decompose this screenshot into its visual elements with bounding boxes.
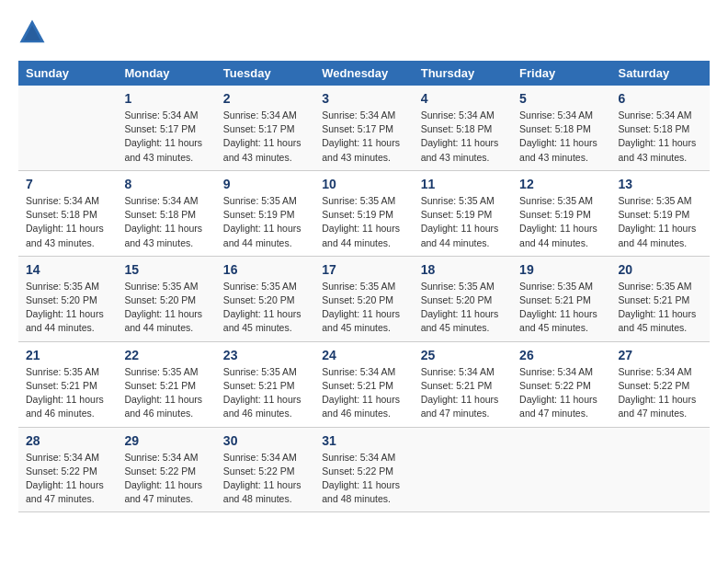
calendar-cell: 14Sunrise: 5:35 AM Sunset: 5:20 PM Dayli… (18, 256, 117, 341)
calendar-cell: 12Sunrise: 5:35 AM Sunset: 5:19 PM Dayli… (512, 170, 610, 256)
calendar-cell: 29Sunrise: 5:34 AM Sunset: 5:22 PM Dayli… (117, 427, 215, 512)
day-info: Sunrise: 5:34 AM Sunset: 5:17 PM Dayligh… (322, 109, 405, 165)
calendar-cell: 22Sunrise: 5:35 AM Sunset: 5:21 PM Dayli… (117, 341, 215, 427)
day-info: Sunrise: 5:34 AM Sunset: 5:17 PM Dayligh… (124, 109, 208, 165)
day-number: 15 (124, 262, 208, 277)
day-number: 27 (619, 348, 702, 362)
day-info: Sunrise: 5:35 AM Sunset: 5:19 PM Dayligh… (619, 194, 702, 250)
calendar-cell: 20Sunrise: 5:35 AM Sunset: 5:21 PM Dayli… (611, 256, 710, 341)
day-info: Sunrise: 5:34 AM Sunset: 5:22 PM Dayligh… (619, 365, 702, 421)
day-info: Sunrise: 5:35 AM Sunset: 5:19 PM Dayligh… (223, 194, 307, 250)
calendar-cell: 8Sunrise: 5:34 AM Sunset: 5:18 PM Daylig… (117, 170, 215, 256)
day-number: 3 (322, 91, 405, 106)
day-number: 30 (223, 433, 307, 448)
day-info: Sunrise: 5:34 AM Sunset: 5:18 PM Dayligh… (619, 109, 702, 165)
day-number: 11 (421, 177, 505, 191)
day-number: 29 (124, 433, 208, 448)
calendar-cell: 6Sunrise: 5:34 AM Sunset: 5:18 PM Daylig… (611, 86, 710, 170)
calendar-cell: 17Sunrise: 5:35 AM Sunset: 5:20 PM Dayli… (314, 256, 413, 341)
day-number: 17 (322, 262, 405, 277)
calendar-cell (512, 427, 610, 512)
day-number: 6 (619, 91, 702, 106)
day-number: 19 (519, 262, 603, 277)
day-number: 1 (124, 91, 208, 106)
calendar-week-row: 21Sunrise: 5:35 AM Sunset: 5:21 PM Dayli… (18, 341, 710, 427)
day-number: 22 (124, 348, 208, 362)
day-number: 13 (619, 177, 702, 191)
calendar-week-row: 1Sunrise: 5:34 AM Sunset: 5:17 PM Daylig… (18, 86, 710, 170)
day-info: Sunrise: 5:34 AM Sunset: 5:21 PM Dayligh… (322, 365, 405, 421)
day-number: 26 (519, 348, 603, 362)
calendar-cell: 2Sunrise: 5:34 AM Sunset: 5:17 PM Daylig… (216, 86, 314, 170)
day-number: 7 (26, 177, 109, 191)
calendar-cell: 5Sunrise: 5:34 AM Sunset: 5:18 PM Daylig… (512, 86, 610, 170)
day-number: 4 (421, 91, 505, 106)
weekday-header: Thursday (414, 61, 512, 86)
day-info: Sunrise: 5:35 AM Sunset: 5:20 PM Dayligh… (322, 280, 405, 336)
weekday-header: Wednesday (314, 61, 413, 86)
calendar-cell: 25Sunrise: 5:34 AM Sunset: 5:21 PM Dayli… (414, 341, 512, 427)
calendar-cell: 16Sunrise: 5:35 AM Sunset: 5:20 PM Dayli… (216, 256, 314, 341)
day-number: 28 (26, 433, 109, 448)
day-info: Sunrise: 5:34 AM Sunset: 5:22 PM Dayligh… (223, 451, 307, 507)
day-info: Sunrise: 5:35 AM Sunset: 5:20 PM Dayligh… (223, 280, 307, 336)
day-info: Sunrise: 5:35 AM Sunset: 5:21 PM Dayligh… (26, 365, 109, 421)
day-info: Sunrise: 5:34 AM Sunset: 5:18 PM Dayligh… (124, 194, 208, 250)
weekday-header: Sunday (18, 61, 117, 86)
calendar-week-row: 28Sunrise: 5:34 AM Sunset: 5:22 PM Dayli… (18, 427, 710, 512)
calendar-cell: 4Sunrise: 5:34 AM Sunset: 5:18 PM Daylig… (414, 86, 512, 170)
day-info: Sunrise: 5:34 AM Sunset: 5:21 PM Dayligh… (421, 365, 505, 421)
calendar-table: SundayMondayTuesdayWednesdayThursdayFrid… (18, 61, 710, 512)
day-number: 18 (421, 262, 505, 277)
day-number: 8 (124, 177, 208, 191)
calendar-cell: 28Sunrise: 5:34 AM Sunset: 5:22 PM Dayli… (18, 427, 117, 512)
calendar-cell: 13Sunrise: 5:35 AM Sunset: 5:19 PM Dayli… (611, 170, 710, 256)
day-info: Sunrise: 5:35 AM Sunset: 5:21 PM Dayligh… (519, 280, 603, 336)
logo-icon (18, 18, 46, 46)
day-number: 31 (322, 433, 405, 448)
day-number: 16 (223, 262, 307, 277)
weekday-header: Tuesday (216, 61, 314, 86)
day-number: 2 (223, 91, 307, 106)
day-info: Sunrise: 5:34 AM Sunset: 5:18 PM Dayligh… (519, 109, 603, 165)
day-number: 5 (519, 91, 603, 106)
day-info: Sunrise: 5:35 AM Sunset: 5:19 PM Dayligh… (421, 194, 505, 250)
calendar-week-row: 7Sunrise: 5:34 AM Sunset: 5:18 PM Daylig… (18, 170, 710, 256)
weekday-header: Monday (117, 61, 215, 86)
calendar-cell: 15Sunrise: 5:35 AM Sunset: 5:20 PM Dayli… (117, 256, 215, 341)
calendar-cell (611, 427, 710, 512)
weekday-header: Friday (512, 61, 610, 86)
calendar-cell: 31Sunrise: 5:34 AM Sunset: 5:22 PM Dayli… (314, 427, 413, 512)
day-info: Sunrise: 5:35 AM Sunset: 5:21 PM Dayligh… (619, 280, 702, 336)
day-number: 23 (223, 348, 307, 362)
day-info: Sunrise: 5:34 AM Sunset: 5:22 PM Dayligh… (26, 451, 109, 507)
calendar-cell: 9Sunrise: 5:35 AM Sunset: 5:19 PM Daylig… (216, 170, 314, 256)
day-info: Sunrise: 5:34 AM Sunset: 5:17 PM Dayligh… (223, 109, 307, 165)
day-info: Sunrise: 5:34 AM Sunset: 5:22 PM Dayligh… (322, 451, 405, 507)
day-info: Sunrise: 5:35 AM Sunset: 5:19 PM Dayligh… (322, 194, 405, 250)
calendar-cell: 3Sunrise: 5:34 AM Sunset: 5:17 PM Daylig… (314, 86, 413, 170)
calendar-cell: 18Sunrise: 5:35 AM Sunset: 5:20 PM Dayli… (414, 256, 512, 341)
calendar-cell (414, 427, 512, 512)
day-info: Sunrise: 5:34 AM Sunset: 5:18 PM Dayligh… (421, 109, 505, 165)
day-info: Sunrise: 5:35 AM Sunset: 5:20 PM Dayligh… (421, 280, 505, 336)
day-number: 25 (421, 348, 505, 362)
day-info: Sunrise: 5:34 AM Sunset: 5:22 PM Dayligh… (519, 365, 603, 421)
day-number: 9 (223, 177, 307, 191)
day-info: Sunrise: 5:35 AM Sunset: 5:20 PM Dayligh… (124, 280, 208, 336)
calendar-cell: 19Sunrise: 5:35 AM Sunset: 5:21 PM Dayli… (512, 256, 610, 341)
weekday-header-row: SundayMondayTuesdayWednesdayThursdayFrid… (18, 61, 710, 86)
calendar-week-row: 14Sunrise: 5:35 AM Sunset: 5:20 PM Dayli… (18, 256, 710, 341)
calendar-cell: 1Sunrise: 5:34 AM Sunset: 5:17 PM Daylig… (117, 86, 215, 170)
day-number: 20 (619, 262, 702, 277)
logo (18, 18, 50, 46)
day-info: Sunrise: 5:35 AM Sunset: 5:19 PM Dayligh… (519, 194, 603, 250)
day-info: Sunrise: 5:35 AM Sunset: 5:21 PM Dayligh… (124, 365, 208, 421)
day-number: 10 (322, 177, 405, 191)
calendar-cell: 10Sunrise: 5:35 AM Sunset: 5:19 PM Dayli… (314, 170, 413, 256)
calendar-cell: 21Sunrise: 5:35 AM Sunset: 5:21 PM Dayli… (18, 341, 117, 427)
calendar-cell: 24Sunrise: 5:34 AM Sunset: 5:21 PM Dayli… (314, 341, 413, 427)
day-number: 24 (322, 348, 405, 362)
day-info: Sunrise: 5:35 AM Sunset: 5:20 PM Dayligh… (26, 280, 109, 336)
day-info: Sunrise: 5:34 AM Sunset: 5:22 PM Dayligh… (124, 451, 208, 507)
